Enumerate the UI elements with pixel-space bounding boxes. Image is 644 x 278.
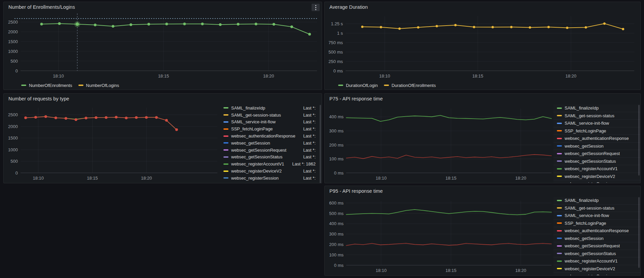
requests-chart-canvas[interactable]: 0500100015002000250018:1018:1518:20 xyxy=(4,104,220,183)
p95-chart-canvas[interactable]: 0 ms100 ms200 ms300 ms400 ms500 ms600 ms… xyxy=(325,196,553,275)
p95-legend: SAML_finalizeIdpSAML_get-session-statusS… xyxy=(553,196,640,275)
panel-header[interactable]: Number of requests by type xyxy=(4,94,322,104)
series-label: websec_registerSession xyxy=(565,181,612,183)
series-color-swatch xyxy=(557,153,562,154)
legend-item-NumberOfLogins[interactable]: NumberOfLogins xyxy=(78,83,119,88)
svg-text:18:10: 18:10 xyxy=(375,176,387,181)
series-label: websec_registerDeviceV2 xyxy=(565,266,615,271)
svg-text:18:10: 18:10 xyxy=(53,73,64,79)
legend-item-NumberOfEnrollments[interactable]: NumberOfEnrollments xyxy=(21,83,72,88)
series-color-swatch xyxy=(557,115,562,116)
legend-item-SSP_fetchLoginPage[interactable]: SSP_fetchLoginPage xyxy=(553,127,640,135)
svg-text:0: 0 xyxy=(15,171,18,176)
panel-menu-button[interactable] xyxy=(312,4,320,11)
legend-item-SAML_get-session-status[interactable]: SAML_get-session-status xyxy=(553,112,640,120)
legend-item-websec_registerSession[interactable]: websec_registerSession xyxy=(553,180,640,183)
panel-title: P75 - API response time xyxy=(329,96,383,101)
svg-text:200 ms: 200 ms xyxy=(329,242,344,247)
p75-chart-canvas[interactable]: 0 ms100 ms200 ms300 ms400 ms18:1018:1518… xyxy=(325,104,553,183)
series-last-value: Last *: xyxy=(303,105,316,111)
legend-item-SAML_service-init-flow[interactable]: SAML_service-init-flow xyxy=(553,212,640,220)
series-label: DurationOfEnrollments xyxy=(392,83,436,88)
series-label: SAML_finalizeIdp xyxy=(231,105,265,111)
series-label: websec_authenticationResponse xyxy=(565,136,629,141)
legend-item-websec_getSessionRequest[interactable]: websec_getSessionRequest xyxy=(553,150,640,158)
series-color-swatch xyxy=(223,135,228,137)
legend-item-websec_registerSession[interactable]: websec_registerSession xyxy=(553,273,640,275)
legend-item-websec_getSessionStatus[interactable]: websec_getSessionStatus xyxy=(553,250,640,258)
series-label: websec_getSessionRequest xyxy=(565,243,620,248)
chart-plot[interactable]: 0 ms250 ms500 ms750 ms1 s1.25 s18:1018:1… xyxy=(325,12,640,81)
panel-header[interactable]: Average Duration xyxy=(325,2,640,12)
legend-scrollbar[interactable] xyxy=(320,105,321,183)
legend-item-websec_getSessionRequest[interactable]: websec_getSessionRequestLast *: xyxy=(220,147,322,154)
chart-plot[interactable]: 0500100015002000250018:1018:1518:20 xyxy=(4,104,220,183)
panel-header[interactable]: P75 - API response time xyxy=(325,94,640,104)
panel-header[interactable]: P95 - API response time xyxy=(325,186,640,196)
series-color-swatch xyxy=(557,107,562,109)
chart-plot[interactable]: 0 ms100 ms200 ms300 ms400 ms500 ms600 ms… xyxy=(325,196,553,275)
legend-item-websec_registerDeviceV2[interactable]: websec_registerDeviceV2 xyxy=(553,265,640,273)
legend-item-SSP_fetchLoginPage[interactable]: SSP_fetchLoginPage xyxy=(553,220,640,227)
svg-text:1500: 1500 xyxy=(8,39,18,44)
average-duration-chart-canvas[interactable]: 0 ms250 ms500 ms750 ms1 s1.25 s18:1018:1… xyxy=(325,12,640,81)
legend-item-websec_getSession[interactable]: websec_getSessionLast *: xyxy=(220,140,322,147)
legend-item-websec_registerAccountV1[interactable]: websec_registerAccountV1 xyxy=(553,257,640,265)
legend-item-SSP_fetchLoginPage[interactable]: SSP_fetchLoginPageLast *: xyxy=(220,125,322,132)
svg-text:500: 500 xyxy=(10,159,18,164)
legend-item-websec_registerAccountV1[interactable]: websec_registerAccountV1 xyxy=(553,165,640,173)
legend-item-websec_registerSession[interactable]: websec_registerSessionLast *: xyxy=(220,175,322,182)
panel-header[interactable]: Number of Enrollments/Logins xyxy=(4,2,322,12)
series-label: websec_getSessionRequest xyxy=(565,151,620,156)
series-color-swatch xyxy=(557,230,562,231)
legend-item-SAML_finalizeIdp[interactable]: SAML_finalizeIdp xyxy=(553,104,640,112)
panel-enrollments-logins: Number of Enrollments/Logins 05001000150… xyxy=(3,2,322,90)
legend-item-websec_authenticationResponse[interactable]: websec_authenticationResponse xyxy=(553,227,640,235)
legend-item-DurationOfLogin[interactable]: DurationOfLogin xyxy=(338,83,378,88)
legend-scrollbar[interactable] xyxy=(638,105,640,176)
legend-item-SAML_service-init-flow[interactable]: SAML_service-init-flowLast *: xyxy=(220,119,322,126)
legend-item-websec_getSession[interactable]: websec_getSession xyxy=(553,235,640,243)
legend-item-DurationOfEnrollments[interactable]: DurationOfEnrollments xyxy=(384,83,436,88)
series-label: websec_getSessionStatus xyxy=(231,154,282,159)
legend-item-SAML_service-init-flow[interactable]: SAML_service-init-flow xyxy=(553,120,640,127)
chart-plot[interactable]: 0500100015002000250018:1018:1518:20 xyxy=(4,12,322,81)
series-color-swatch xyxy=(557,222,562,224)
legend-item-websec_authenticationResponse[interactable]: websec_authenticationResponse xyxy=(553,135,640,143)
panel-title: Number of requests by type xyxy=(8,96,69,101)
svg-text:750 ms: 750 ms xyxy=(328,40,343,45)
legend-item-websec_registerDeviceV2[interactable]: websec_registerDeviceV2 xyxy=(553,173,640,181)
series-label: websec_registerSession xyxy=(231,176,279,181)
legend-item-websec_authenticationResponse[interactable]: websec_authenticationResponseLast *: xyxy=(220,132,322,140)
legend-scrollbar[interactable] xyxy=(638,197,640,268)
legend-item-websec_getSessionStatus[interactable]: websec_getSessionStatus xyxy=(553,158,640,165)
series-last-value: Last *: xyxy=(303,141,316,146)
svg-text:18:15: 18:15 xyxy=(158,73,169,79)
svg-text:0 ms: 0 ms xyxy=(334,171,344,176)
series-color-swatch xyxy=(223,163,228,165)
legend-item-SAML_finalizeIdp[interactable]: SAML_finalizeIdp xyxy=(553,197,640,205)
legend-item-SAML_finalizeIdp[interactable]: SAML_finalizeIdpLast *: xyxy=(220,104,322,112)
series-label: websec_getSessionRequest xyxy=(231,148,286,153)
series-label: websec_registerAccountV1 xyxy=(565,258,618,264)
legend-item-SAML_get-session-status[interactable]: SAML_get-session-status xyxy=(553,205,640,212)
legend-item-websec_getSessionStatus[interactable]: websec_getSessionStatusLast *: xyxy=(220,154,322,161)
svg-text:1.25 s: 1.25 s xyxy=(331,21,343,26)
series-color-swatch xyxy=(223,156,228,158)
chart-plot[interactable]: 0 ms100 ms200 ms300 ms400 ms18:1018:1518… xyxy=(325,104,553,183)
legend-item-websec_registerDeviceV2[interactable]: websec_registerDeviceV2Last *: xyxy=(220,167,322,175)
series-color-swatch xyxy=(223,128,228,130)
legend-item-websec_getSessionRequest[interactable]: websec_getSessionRequest xyxy=(553,242,640,250)
series-label: DurationOfLogin xyxy=(346,83,378,88)
series-color-swatch xyxy=(223,142,228,144)
series-color-swatch xyxy=(557,200,562,201)
average-duration-legend: DurationOfLoginDurationOfEnrollments xyxy=(325,81,640,90)
enrollments-chart-canvas[interactable]: 0500100015002000250018:1018:1518:20 xyxy=(4,12,322,81)
legend-item-websec_getSession[interactable]: websec_getSession xyxy=(553,143,640,150)
svg-text:400 ms: 400 ms xyxy=(329,114,344,119)
svg-text:1000: 1000 xyxy=(8,147,18,152)
legend-item-websec_registerAccountV1[interactable]: websec_registerAccountV1Last *: 1862 xyxy=(220,160,322,167)
legend-item-SAML_get-session-status[interactable]: SAML_get-session-statusLast *: xyxy=(220,112,322,119)
series-last-value: Last *: xyxy=(303,119,316,124)
series-color-swatch xyxy=(557,238,562,239)
